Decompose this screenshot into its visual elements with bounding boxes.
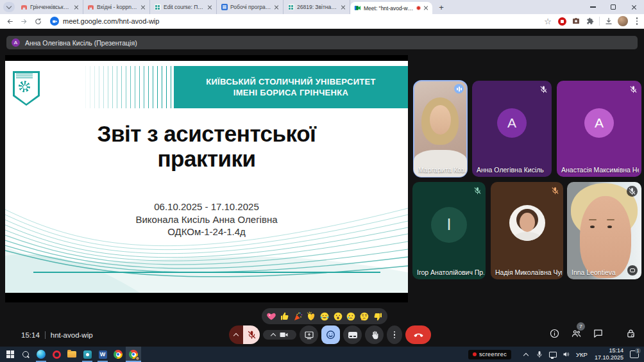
- screenrec-label: screenrec: [479, 351, 507, 358]
- reaction-clapping-hands[interactable]: [306, 311, 317, 322]
- tray-expand-button[interactable]: [520, 349, 531, 360]
- tab-gmail-school[interactable]: Грінченківська наукова школ...: [17, 0, 83, 14]
- taskbar-clock[interactable]: 15:14 17.10.2025: [595, 347, 623, 362]
- browser-menu-icon[interactable]: [630, 14, 644, 28]
- tab-meet-active[interactable]: Meet: "hnt-avod-wip": [350, 2, 432, 14]
- host-controls-button[interactable]: [625, 328, 636, 341]
- extensions-puzzle-icon[interactable]: [583, 14, 597, 28]
- smiley-icon: [325, 329, 336, 340]
- minimize-icon: [590, 6, 596, 7]
- tab-label: Грінченківська наукова школ...: [30, 4, 71, 10]
- reaction-party-popper[interactable]: [292, 311, 303, 322]
- keyboard-language[interactable]: УКР: [576, 351, 588, 358]
- participant-name: Надія Миколаївна Чум...: [495, 268, 562, 276]
- reaction-crying[interactable]: [346, 311, 357, 322]
- window-minimize-button[interactable]: [582, 0, 603, 14]
- present-screen-button[interactable]: [300, 325, 318, 344]
- participant-tile-inna[interactable]: Inna Leontieva: [567, 182, 641, 279]
- people-panel-button[interactable]: 7: [571, 328, 582, 341]
- chat-panel-button[interactable]: [593, 328, 604, 341]
- new-tab-button[interactable]: +: [435, 1, 448, 13]
- avatar: А: [584, 108, 614, 138]
- tab-search-button[interactable]: [3, 2, 15, 12]
- close-tab-icon[interactable]: [274, 4, 279, 10]
- start-button[interactable]: [3, 347, 18, 362]
- chevron-up-icon: [270, 333, 275, 338]
- adblock-extension-icon[interactable]: [555, 14, 569, 28]
- mic-muted-icon: [550, 186, 559, 195]
- action-center-button[interactable]: 1: [630, 350, 639, 358]
- close-tab-icon[interactable]: [341, 4, 346, 10]
- tab-gmail-inbox[interactable]: Вхідні - koppn.fpo@kubg.edu...: [83, 0, 150, 14]
- participant-tile-anna[interactable]: А Анна Олегівна Кисіль: [472, 81, 552, 177]
- captions-button[interactable]: [343, 325, 362, 344]
- profile-avatar[interactable]: [616, 14, 630, 28]
- more-options-button[interactable]: [387, 325, 402, 344]
- maximize-icon: [611, 4, 616, 10]
- screenrec-widget[interactable]: screenrec: [468, 350, 511, 359]
- reaction-joy[interactable]: [319, 311, 330, 322]
- taskbar-chrome[interactable]: [110, 347, 126, 362]
- meet-icon: [354, 4, 361, 12]
- flip-camera-icon[interactable]: [627, 265, 638, 276]
- folder-icon: [67, 351, 76, 358]
- raise-hand-button[interactable]: [365, 325, 384, 344]
- reaction-thumbs-up[interactable]: [279, 311, 290, 322]
- slide-date-range: 06.10.2025 - 17.10.2025: [5, 201, 408, 213]
- url-text[interactable]: meet.google.com/hnt-avod-wip: [63, 17, 159, 25]
- slide-subtitle: 06.10.2025 - 17.10.2025 Виконала Кисіль …: [5, 201, 408, 238]
- window-maximize-button[interactable]: [603, 0, 623, 14]
- close-tab-icon[interactable]: [207, 4, 212, 10]
- tab-strip: Грінченківська наукова школ... Вхідні - …: [0, 0, 644, 14]
- meeting-details-button[interactable]: [549, 328, 560, 341]
- app-icon: [221, 4, 228, 11]
- word-icon: W: [99, 350, 107, 359]
- taskbar-edge[interactable]: [33, 347, 49, 362]
- taskbar-opera[interactable]: [49, 347, 64, 362]
- network-icon: [549, 352, 557, 358]
- taskbar-file-explorer[interactable]: [64, 347, 80, 362]
- reaction-thinking[interactable]: [359, 311, 369, 322]
- participant-tile-ihor[interactable]: І Ігор Анатолійович Пр...: [412, 182, 486, 279]
- recording-dot-icon: [473, 352, 477, 356]
- presentation-stage[interactable]: КИЇВСЬКИЙ СТОЛИЧНИЙ УНІВЕРСИТЕТ ІМЕНІ БО…: [5, 55, 408, 302]
- tab-label: Вхідні - koppn.fpo@kubg.edu...: [97, 4, 138, 10]
- reaction-surprised[interactable]: [332, 311, 343, 322]
- tray-time: 15:14: [609, 347, 623, 354]
- meeting-info-footer: 15:14 hnt-avod-wip: [21, 325, 93, 344]
- mic-mute-button[interactable]: [243, 325, 260, 344]
- tray-microphone[interactable]: [534, 349, 545, 360]
- taskbar-search-button[interactable]: [18, 347, 33, 362]
- screenshot-extension-icon[interactable]: [569, 14, 583, 28]
- tray-network[interactable]: [547, 349, 558, 360]
- tab-conference[interactable]: 26819: Звітна конференція | Е...: [284, 0, 350, 14]
- camera-control[interactable]: [263, 330, 296, 340]
- close-tab-icon[interactable]: [423, 6, 428, 11]
- reaction-sparkling-heart[interactable]: [266, 311, 277, 322]
- participant-name: Inna Leontieva: [572, 268, 616, 276]
- bookmark-star-icon[interactable]: ☆: [541, 14, 555, 28]
- tray-volume[interactable]: [561, 349, 572, 360]
- reactions-bar: [262, 308, 387, 324]
- reload-button[interactable]: [31, 14, 45, 28]
- back-button[interactable]: [3, 14, 17, 28]
- tab-edit-course[interactable]: Edit course: Педагогіка та пси...: [150, 0, 217, 14]
- participant-tile-margaryta[interactable]: Маргарита Коз...: [414, 81, 467, 177]
- tab-label: Meet: "hnt-avod-wip": [364, 5, 414, 12]
- close-tab-icon[interactable]: [74, 4, 79, 10]
- downloads-icon[interactable]: [602, 14, 616, 28]
- close-tab-icon[interactable]: [140, 4, 146, 10]
- header-stripes-decoration: [81, 66, 174, 108]
- participant-tile-nadiia[interactable]: Надія Миколаївна Чум...: [491, 182, 563, 279]
- reactions-button[interactable]: [321, 325, 340, 344]
- tab-work-programs[interactable]: Робочі програми навчальних...: [217, 0, 284, 14]
- forward-button[interactable]: [17, 14, 31, 28]
- taskbar-chrome-active[interactable]: [126, 347, 141, 362]
- taskbar-word[interactable]: W: [95, 347, 110, 362]
- window-close-button[interactable]: [623, 0, 644, 14]
- end-call-button[interactable]: [405, 325, 431, 344]
- reaction-thumbs-down[interactable]: [372, 311, 383, 322]
- participant-tile-anastasiia[interactable]: А Анастасія Максимівна Не...: [557, 81, 641, 177]
- mic-options-button[interactable]: [229, 325, 243, 344]
- taskbar-teal-app[interactable]: [80, 347, 95, 362]
